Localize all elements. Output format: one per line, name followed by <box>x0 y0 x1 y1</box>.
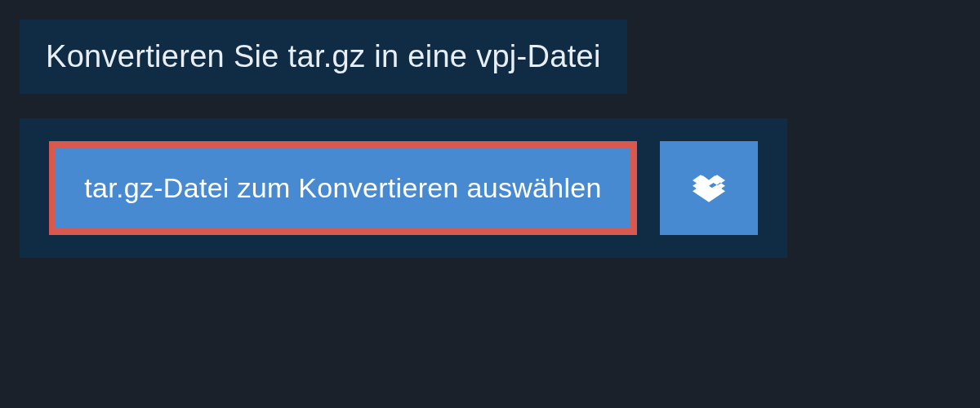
select-file-label: tar.gz-Datei zum Konvertieren auswählen <box>84 172 601 204</box>
page-title: Konvertieren Sie tar.gz in eine vpj-Date… <box>46 39 601 74</box>
dropbox-button[interactable] <box>660 141 758 235</box>
upload-panel: tar.gz-Datei zum Konvertieren auswählen <box>20 118 787 258</box>
select-file-button[interactable]: tar.gz-Datei zum Konvertieren auswählen <box>49 141 637 235</box>
page-title-bar: Konvertieren Sie tar.gz in eine vpj-Date… <box>20 20 627 94</box>
dropbox-icon <box>693 172 725 205</box>
